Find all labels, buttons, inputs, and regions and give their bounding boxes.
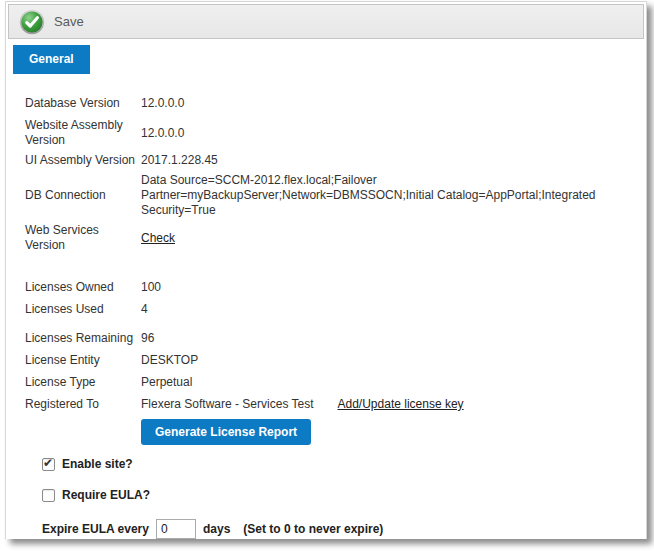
field-licenses-owned: Licenses Owned 100 (25, 280, 634, 295)
tab-general[interactable]: General (13, 45, 90, 74)
save-check-icon (19, 9, 45, 35)
add-update-license-key-link[interactable]: Add/Update license key (338, 397, 464, 412)
field-value: 2017.1.228.45 (141, 153, 634, 168)
require-eula-row: Require EULA? (42, 488, 634, 502)
field-value: 12.0.0.0 (141, 126, 634, 141)
field-value: 4 (141, 302, 634, 317)
field-registered-to: Registered To Flexera Software - Service… (25, 397, 634, 412)
field-label: Web Services Version (25, 223, 141, 253)
enable-site-row: Enable site? (42, 457, 634, 471)
field-value: Flexera Software - Services Test (141, 397, 314, 412)
generate-license-report-button[interactable]: Generate License Report (141, 419, 311, 445)
field-licenses-remaining: Licenses Remaining 96 (25, 331, 634, 346)
enable-site-checkbox[interactable] (42, 458, 55, 471)
field-license-type: License Type Perpetual (25, 375, 634, 390)
field-label: DB Connection (25, 188, 141, 203)
field-web-services-version: Web Services Version Check (25, 223, 634, 253)
field-label: Registered To (25, 397, 141, 412)
check-web-services-link[interactable]: Check (141, 231, 175, 245)
field-label: Database Version (25, 96, 141, 111)
field-database-version: Database Version 12.0.0.0 (25, 96, 634, 111)
field-label: License Entity (25, 353, 141, 368)
field-value: Data Source=SCCM-2012.flex.local;Failove… (141, 173, 634, 218)
general-tab-panel: Database Version 12.0.0.0 Website Assemb… (6, 74, 646, 539)
field-licenses-used: Licenses Used 4 (25, 302, 634, 317)
field-value: 96 (141, 331, 634, 346)
expire-eula-days-input[interactable] (156, 519, 196, 539)
settings-window: Save General Database Version 12.0.0.0 W… (5, 1, 647, 539)
field-ui-assembly-version: UI Assembly Version 2017.1.228.45 (25, 153, 634, 168)
expire-eula-unit-label: days (203, 522, 230, 536)
save-button[interactable]: Save (19, 9, 84, 35)
field-value: 100 (141, 280, 634, 295)
enable-site-label: Enable site? (62, 457, 133, 471)
expire-eula-row: Expire EULA every days (Set to 0 to neve… (42, 519, 634, 539)
button-row: Generate License Report (141, 419, 634, 445)
field-db-connection: DB Connection Data Source=SCCM-2012.flex… (25, 173, 634, 218)
tab-strip: General (6, 45, 646, 74)
require-eula-checkbox[interactable] (42, 489, 55, 502)
field-label: Licenses Remaining (25, 331, 141, 346)
field-value: DESKTOP (141, 353, 634, 368)
field-license-entity: License Entity DESKTOP (25, 353, 634, 368)
expire-eula-label: Expire EULA every (42, 522, 149, 536)
field-value: Perpetual (141, 375, 634, 390)
field-label: License Type (25, 375, 141, 390)
field-label: Licenses Used (25, 302, 141, 317)
expire-eula-hint: (Set to 0 to never expire) (243, 522, 383, 536)
require-eula-label: Require EULA? (62, 488, 150, 502)
save-button-label: Save (54, 14, 84, 29)
field-label: UI Assembly Version (25, 153, 141, 168)
toolbar: Save (8, 4, 644, 39)
field-website-assembly-version: Website Assembly Version 12.0.0.0 (25, 118, 634, 148)
field-label: Website Assembly Version (25, 118, 141, 148)
field-value: 12.0.0.0 (141, 96, 634, 111)
field-label: Licenses Owned (25, 280, 141, 295)
